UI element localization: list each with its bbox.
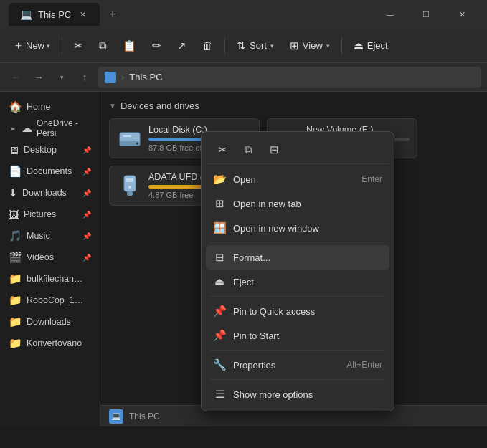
ctx-pin-start[interactable]: 📌 Pin to Start [206,323,389,348]
content-area: ▼ Devices and drives Local Disk (C:) [100,92,487,426]
ctx-pin-quick-label: Pin to Quick access [233,306,315,317]
eject-button[interactable]: ⏏ Eject [346,33,395,59]
view-chevron: ▾ [326,42,330,49]
up-button[interactable]: ↑ [75,67,95,87]
ctx-separator-4 [210,379,385,380]
tab-close-button[interactable]: ✕ [77,9,88,20]
back-button[interactable]: ← [6,67,26,87]
pin-icon-videos: 📌 [82,254,91,262]
section-title: Devices and drives [120,100,199,111]
view-icon: ⊞ [290,39,299,52]
sidebar-item-home[interactable]: 🏠 Home [3,96,97,118]
home-icon: 🏠 [9,100,22,113]
new-icon: ＋ [13,39,24,52]
tab-this-pc[interactable]: 💻 This PC ✕ [9,3,100,26]
ctx-open-new-window[interactable]: 🪟 Open in new window [206,216,389,240]
ctx-pin-start-label: Pin to Start [233,330,279,341]
tab-icon: 💻 [20,9,32,20]
drive-k-icon [117,173,143,199]
share-button[interactable]: ↗ [170,33,194,59]
minimize-button[interactable]: — [374,3,407,26]
context-menu-toolbar: ✂ ⧉ ⊟ [206,136,389,164]
new-button[interactable]: ＋ New ▾ [6,33,57,59]
title-bar: 💻 This PC ✕ + — ☐ ✕ [0,0,487,29]
folder-icon-bulk: 📁 [9,272,22,285]
ctx-format-tool-button[interactable]: ⊟ [262,139,286,161]
expand-icon: ▶ [9,123,17,133]
pin-icon-dl: 📌 [82,189,91,197]
ctx-open-label: Open [233,174,256,185]
ctx-pin-start-icon: 📌 [213,329,226,342]
ctx-separator-1 [210,242,385,243]
path-separator: › [121,72,124,82]
status-bar-text: This PC [129,411,160,421]
ctx-copy-button[interactable]: ⧉ [236,139,260,161]
delete-button[interactable]: 🗑 [195,33,220,59]
sidebar-item-onedrive[interactable]: ▶ ☁ OneDrive - Persi [3,118,97,139]
copy-icon: ⧉ [99,39,107,52]
ctx-more-icon: ☰ [213,388,226,401]
sidebar-item-videos[interactable]: 🎬 Videos 📌 [3,247,97,268]
sidebar-item-documents[interactable]: 📄 Documents 📌 [3,161,97,182]
sidebar-item-downloads2-label: Downloads [27,317,71,327]
new-tab-button[interactable]: + [103,4,123,24]
sidebar-item-bulk-label: bulkfilechanger… [27,274,84,284]
maximize-button[interactable]: ☐ [410,3,443,26]
svg-point-11 [128,186,131,189]
sidebar-item-robocop[interactable]: 📁 RoboCop_1, 2, 3… [3,290,97,311]
ctx-eject-icon: ⏏ [213,275,226,288]
folder-icon-konvert: 📁 [9,337,22,350]
forward-button[interactable]: → [29,67,49,87]
sort-button[interactable]: ⇅ Sort ▾ [230,33,281,59]
sidebar-item-desktop[interactable]: 🖥 Desktop 📌 [3,139,97,161]
toolbar-separator-1 [62,37,62,54]
sidebar-item-pictures[interactable]: 🖼 Pictures 📌 [3,204,97,225]
address-path[interactable]: › This PC [98,67,481,88]
path-text: This PC [129,72,162,82]
ctx-more-options[interactable]: ☰ Show more options [206,382,389,406]
ctx-open-icon: 📂 [213,173,226,186]
ctx-cut-icon: ✂ [218,143,227,156]
paste-button[interactable]: 📋 [115,33,143,59]
ctx-cut-button[interactable]: ✂ [210,139,235,161]
ctx-format[interactable]: ⊟ Format... [206,245,389,270]
ctx-eject-label: Eject [233,277,254,287]
sidebar-item-downloads-label: Downloads [22,188,67,198]
eject-label: Eject [367,40,388,51]
ctx-eject[interactable]: ⏏ Eject [206,270,389,294]
sidebar-item-konvertovano[interactable]: 📁 Konvertovano [3,333,97,354]
svg-rect-10 [127,191,133,196]
sort-chevron: ▾ [270,42,274,49]
ctx-properties-shortcut: Alt+Enter [346,360,382,370]
svg-rect-9 [126,178,133,182]
close-button[interactable]: ✕ [445,3,478,26]
ctx-properties[interactable]: 🔧 Properties Alt+Enter [206,353,389,377]
rename-button[interactable]: ✏ [145,33,169,59]
copy-button[interactable]: ⧉ [92,33,114,59]
section-toggle[interactable]: ▼ [109,102,116,110]
svg-point-2 [136,143,138,145]
ctx-open-shortcut: Enter [361,174,382,184]
context-menu: ✂ ⧉ ⊟ 📂 Open Enter ⊞ Open in new tab 🪟 [201,131,394,411]
sidebar-item-music-label: Music [27,231,50,241]
videos-icon: 🎬 [9,251,22,264]
sidebar-item-music[interactable]: 🎵 Music 📌 [3,225,97,247]
sidebar-item-onedrive-label: OneDrive - Persi [37,118,91,138]
sidebar-item-bulk[interactable]: 📁 bulkfilechanger… [3,268,97,290]
sidebar: 🏠 Home ▶ ☁ OneDrive - Persi 🖥 Desktop 📌 … [0,92,100,426]
cut-button[interactable]: ✂ [67,33,90,59]
recent-locations-button[interactable]: ▾ [52,67,72,87]
sidebar-item-downloads2[interactable]: 📁 Downloads [3,311,97,333]
folder-icon-robocop: 📁 [9,294,22,307]
ctx-open-new-tab[interactable]: ⊞ Open in new tab [206,191,389,216]
tab-title: This PC [38,9,71,20]
ctx-pin-quick[interactable]: 📌 Pin to Quick access [206,299,389,323]
eject-icon: ⏏ [354,39,364,52]
ctx-properties-icon: 🔧 [213,358,226,371]
drive-c-icon [117,125,143,151]
view-label: View [303,40,323,51]
svg-rect-3 [123,135,131,137]
ctx-open[interactable]: 📂 Open Enter [206,167,389,191]
sidebar-item-downloads[interactable]: ⬇ Downloads 📌 [3,182,97,204]
view-button[interactable]: ⊞ View ▾ [283,33,337,59]
